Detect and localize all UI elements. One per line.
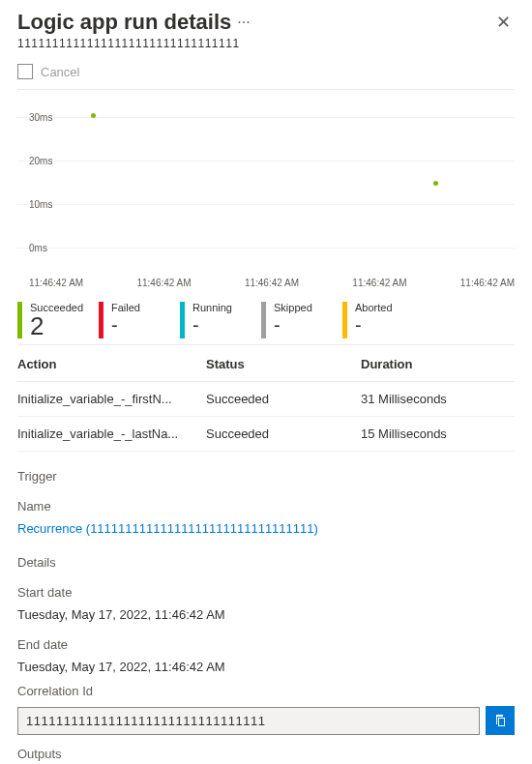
cell-duration: 15 Milliseconds — [361, 426, 515, 441]
y-tick: 20ms — [29, 156, 52, 166]
kpi-bar — [17, 302, 22, 338]
kpi-bar — [99, 302, 103, 338]
kpi-skipped: Skipped- — [261, 302, 342, 338]
close-button[interactable]: ✕ — [492, 10, 515, 35]
copy-button[interactable] — [486, 706, 515, 735]
chart-point — [91, 113, 96, 118]
start-date-value: Tuesday, May 17, 2022, 11:46:42 AM — [17, 607, 515, 622]
kpi-bar — [342, 302, 347, 338]
kpi-label: Failed — [111, 302, 140, 313]
chart-point — [433, 181, 438, 186]
kpi-label: Running — [192, 302, 232, 313]
copy-icon — [492, 713, 508, 728]
kpi-bar — [180, 302, 185, 338]
cell-action: Initialize_variable_-_firstN... — [17, 392, 206, 406]
outputs-section: Outputs — [17, 747, 515, 761]
kpi-bar — [261, 302, 266, 338]
y-tick: 10ms — [29, 199, 52, 210]
correlation-id-label: Correlation Id — [17, 684, 515, 698]
col-header-status: Status — [206, 357, 361, 371]
cell-action: Initialize_variable_-_lastNa... — [17, 426, 206, 441]
start-date-label: Start date — [17, 585, 515, 600]
x-tick: 11:46:42 AM — [460, 278, 515, 288]
cancel-checkbox[interactable] — [17, 64, 33, 79]
cell-status: Succeeded — [206, 392, 361, 406]
kpi-value: - — [111, 313, 140, 337]
correlation-id-field[interactable]: 11111111111111111111111111111111 — [17, 707, 480, 735]
kpi-row: Succeeded2Failed-Running-Skipped-Aborted… — [17, 302, 515, 345]
kpi-label: Skipped — [274, 302, 312, 313]
table-row[interactable]: Initialize_variable_-_lastNa...Succeeded… — [17, 417, 515, 452]
details-section: Details — [17, 555, 515, 570]
kpi-value: - — [355, 313, 393, 337]
y-tick: 0ms — [29, 243, 47, 253]
kpi-value: 2 — [30, 313, 83, 338]
table-row[interactable]: Initialize_variable_-_firstN...Succeeded… — [17, 382, 515, 417]
kpi-value: - — [274, 313, 312, 337]
end-date-value: Tuesday, May 17, 2022, 11:46:42 AM — [17, 660, 515, 674]
x-tick: 11:46:42 AM — [136, 278, 191, 288]
cell-duration: 31 Milliseconds — [361, 392, 515, 406]
col-header-duration: Duration — [361, 357, 515, 371]
x-axis-ticks: 11:46:42 AM 11:46:42 AM 11:46:42 AM 11:4… — [17, 272, 515, 298]
duration-chart: 30ms 20ms 10ms 0ms — [17, 98, 515, 272]
kpi-failed: Failed- — [99, 302, 180, 338]
end-date-label: End date — [17, 637, 515, 652]
kpi-label: Aborted — [355, 302, 393, 313]
more-menu-icon[interactable]: ··· — [237, 14, 250, 31]
col-header-action: Action — [17, 357, 206, 371]
x-tick: 11:46:42 AM — [29, 278, 83, 288]
kpi-succeeded: Succeeded2 — [17, 302, 99, 338]
trigger-name-label: Name — [17, 499, 515, 514]
y-tick: 30ms — [29, 112, 52, 123]
kpi-running: Running- — [180, 302, 261, 338]
run-id: 11111111111111111111111111111111 — [17, 37, 515, 50]
kpi-aborted: Aborted- — [342, 302, 424, 338]
kpi-value: - — [192, 313, 232, 337]
x-tick: 11:46:42 AM — [245, 278, 299, 288]
page-title: Logic app run details — [17, 10, 231, 35]
trigger-name-link[interactable]: Recurrence (1111111111111111111111111111… — [17, 521, 515, 536]
cell-status: Succeeded — [206, 426, 361, 441]
trigger-section: Trigger — [17, 469, 515, 484]
x-tick: 11:46:42 AM — [352, 278, 406, 288]
cancel-label: Cancel — [41, 65, 79, 79]
